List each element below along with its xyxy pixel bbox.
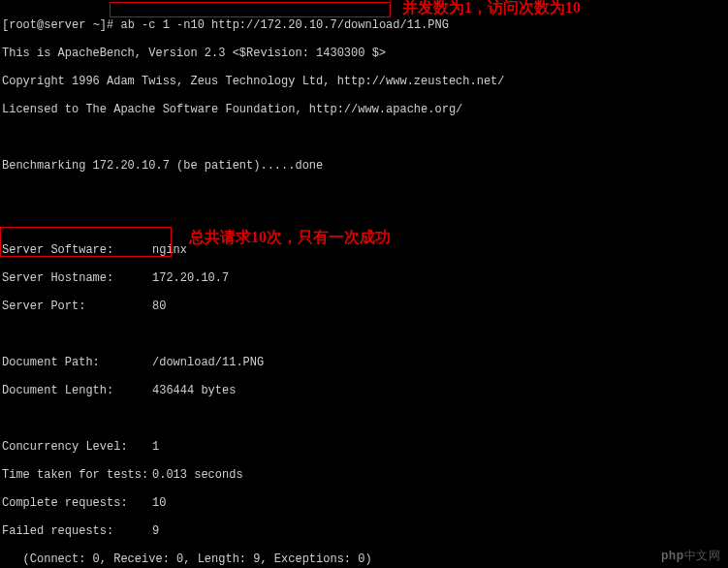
- time-taken: Time taken for tests:0.013 seconds: [2, 468, 726, 483]
- document-length: Document Length:436444 bytes: [2, 384, 726, 398]
- header-line: This is ApacheBench, Version 2.3 <$Revis…: [2, 47, 726, 61]
- server-hostname: Server Hostname:172.20.10.7: [2, 271, 726, 286]
- benchmark-line: Benchmarking 172.20.10.7 (be patient)...…: [2, 159, 726, 174]
- document-path: Document Path:/download/11.PNG: [2, 356, 726, 370]
- header-line: Licensed to The Apache Software Foundati…: [2, 103, 726, 117]
- prompt-line[interactable]: [root@server ~]# ab -c 1 -n10 http://172…: [2, 18, 726, 33]
- concurrency-level: Concurrency Level:1: [2, 440, 726, 455]
- annotation-mid: 总共请求10次，只有一次成功: [189, 231, 391, 245]
- header-line: Copyright 1996 Adam Twiss, Zeus Technolo…: [2, 75, 726, 89]
- watermark: phpphp中文网中文网: [661, 549, 720, 563]
- complete-requests: Complete requests:10: [2, 496, 726, 511]
- annotation-top: 并发数为1，访问次数为10: [402, 1, 581, 16]
- command-text: ab -c 1 -n10 http://172.20.10.7/download…: [120, 18, 448, 32]
- server-port: Server Port:80: [2, 300, 726, 314]
- terminal-output: [root@server ~]# ab -c 1 -n10 http://172…: [0, 0, 728, 568]
- failed-requests-detail: (Connect: 0, Receive: 0, Length: 9, Exce…: [2, 552, 726, 567]
- failed-requests: Failed requests:9: [2, 524, 726, 539]
